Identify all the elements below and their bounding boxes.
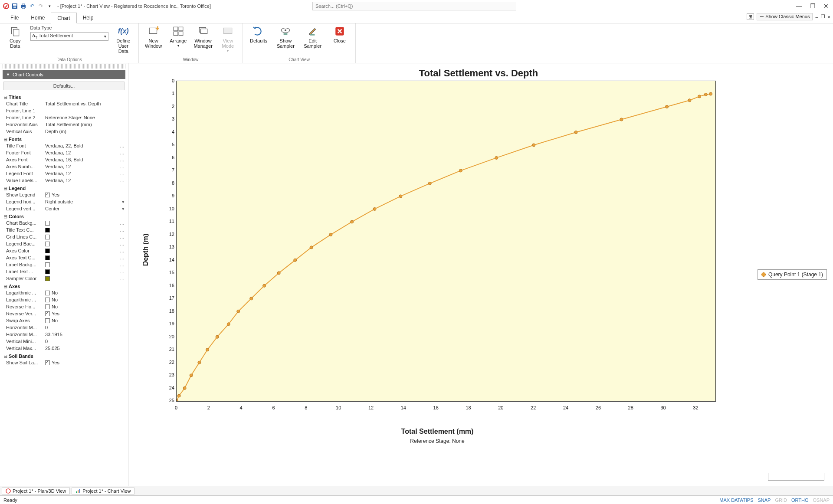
group-titles[interactable]: Titles xyxy=(3,95,125,100)
mdi-restore-icon[interactable]: ❐ xyxy=(821,14,825,20)
svg-rect-14 xyxy=(179,32,183,36)
status-max-datatips[interactable]: MAX DATATIPS xyxy=(719,497,753,503)
window-manager-button[interactable]: Window Manager xyxy=(193,25,213,49)
mdi-close-icon[interactable]: × xyxy=(828,14,830,20)
color-swatch-icon[interactable] xyxy=(45,221,50,226)
chart-curve xyxy=(177,81,715,401)
svg-rect-8 xyxy=(13,29,19,36)
maximize-icon[interactable]: ❐ xyxy=(810,3,816,10)
checkbox-icon[interactable] xyxy=(45,298,50,302)
app-icon xyxy=(3,3,10,10)
print-icon[interactable] xyxy=(20,3,27,10)
copy-data-button[interactable]: Copy Data xyxy=(4,25,26,49)
show-classic-menus-button[interactable]: ☰ Show Classic Menus xyxy=(757,13,813,20)
view-mode-icon xyxy=(222,25,234,37)
sidebar: Chart Controls Defaults... Titles Chart … xyxy=(0,63,128,486)
view-mode-button[interactable]: View Mode▾ xyxy=(218,25,238,53)
svg-point-48 xyxy=(688,99,691,102)
group-legend[interactable]: Legend xyxy=(3,186,125,191)
checkbox-icon[interactable] xyxy=(45,304,50,309)
arrange-button[interactable]: Arrange▾ xyxy=(168,25,188,48)
coordinate-readout xyxy=(768,473,824,481)
checkbox-icon[interactable] xyxy=(45,291,50,295)
svg-point-40 xyxy=(399,195,402,198)
data-type-select[interactable]: δT Total Settlement ▾ xyxy=(30,32,108,41)
menu-file[interactable]: File xyxy=(4,12,25,23)
defaults-icon xyxy=(253,25,265,37)
close-button[interactable]: Close xyxy=(328,25,351,43)
grip-icon[interactable] xyxy=(3,64,125,69)
svg-point-45 xyxy=(574,131,577,134)
group-fonts[interactable]: Fonts xyxy=(3,137,125,142)
status-osnap[interactable]: OSNAP xyxy=(813,497,830,503)
ribbon-group-data-options: Data Options xyxy=(4,56,134,62)
svg-point-46 xyxy=(620,118,623,121)
color-swatch-icon[interactable] xyxy=(45,242,50,246)
svg-text:✚: ✚ xyxy=(155,26,159,32)
chart-defaults-button[interactable]: Defaults... xyxy=(3,82,125,90)
checkbox-icon[interactable] xyxy=(45,311,50,316)
eye-icon xyxy=(279,25,292,37)
color-swatch-icon[interactable] xyxy=(45,228,50,232)
menu-chart[interactable]: Chart xyxy=(51,13,76,23)
tab-chart-view[interactable]: Project 1* - Chart View xyxy=(72,488,134,494)
layout-icon[interactable]: ⊞ xyxy=(747,13,754,20)
checkbox-icon[interactable] xyxy=(45,193,50,197)
copy-icon xyxy=(9,25,21,37)
edit-sampler-button[interactable]: Edit Sampler xyxy=(302,25,324,49)
checkbox-icon[interactable] xyxy=(45,360,50,365)
new-window-button[interactable]: ✚ New Window xyxy=(143,25,164,49)
color-swatch-icon[interactable] xyxy=(45,276,50,281)
svg-point-52 xyxy=(6,489,10,493)
show-sampler-button[interactable]: Show Sampler xyxy=(274,25,297,49)
color-swatch-icon[interactable] xyxy=(45,269,50,274)
qat-dropdown-icon[interactable]: ▾ xyxy=(46,3,53,10)
checkbox-icon[interactable] xyxy=(45,318,50,323)
svg-rect-54 xyxy=(78,490,79,493)
undo-icon[interactable]: ↶ xyxy=(29,3,36,10)
color-swatch-icon[interactable] xyxy=(45,262,50,267)
close-window-icon[interactable]: ✕ xyxy=(823,3,829,10)
fx-icon: f(x) xyxy=(117,25,129,37)
window-title: - [Project 1* - Chart View - Registered … xyxy=(57,3,211,9)
svg-rect-2 xyxy=(13,4,16,6)
chart-title: Total Settlement vs. Depth xyxy=(133,68,824,79)
chart-controls-header[interactable]: Chart Controls xyxy=(3,70,125,79)
status-ortho[interactable]: ORTHO xyxy=(791,497,809,503)
title-bar: ↶ ↷ ▾ - [Project 1* - Chart View - Regis… xyxy=(0,0,833,12)
menu-home[interactable]: Home xyxy=(25,12,51,23)
svg-point-24 xyxy=(177,394,180,397)
svg-point-50 xyxy=(704,93,707,96)
svg-point-35 xyxy=(294,259,297,262)
svg-point-25 xyxy=(183,386,186,389)
mdi-minimize-icon[interactable]: – xyxy=(815,14,818,20)
svg-rect-17 xyxy=(224,28,233,33)
group-soil[interactable]: Soil Bands xyxy=(3,353,125,359)
tab-plan-3d-view[interactable]: Project 1* - Plan/3D View xyxy=(2,488,70,494)
defaults-button[interactable]: Defaults xyxy=(247,25,270,43)
minimize-icon[interactable]: — xyxy=(796,3,802,10)
plot-area[interactable] xyxy=(176,81,716,402)
color-swatch-icon[interactable] xyxy=(45,249,50,253)
chart-legend[interactable]: Query Point 1 (Stage 1) xyxy=(758,269,827,280)
define-user-data-button[interactable]: f(x) Define User Data xyxy=(113,25,134,54)
svg-point-38 xyxy=(351,220,354,223)
property-grid[interactable]: Titles Chart TitleTotal Settlement vs. D… xyxy=(3,93,125,366)
status-snap[interactable]: SNAP xyxy=(758,497,771,503)
group-colors[interactable]: Colors xyxy=(3,214,125,219)
menu-help[interactable]: Help xyxy=(77,12,100,23)
data-type-label: Data Type xyxy=(30,25,108,30)
save-icon[interactable] xyxy=(11,3,18,10)
color-swatch-icon[interactable] xyxy=(45,235,50,239)
new-window-icon: ✚ xyxy=(148,25,160,37)
svg-rect-12 xyxy=(179,27,183,31)
redo-icon[interactable]: ↷ xyxy=(37,3,44,10)
group-axes[interactable]: Axes xyxy=(3,284,125,289)
svg-point-43 xyxy=(495,156,498,159)
color-swatch-icon[interactable] xyxy=(45,255,50,260)
status-grid[interactable]: GRID xyxy=(775,497,787,503)
svg-point-33 xyxy=(263,284,266,287)
svg-rect-21 xyxy=(310,34,315,36)
search-input[interactable] xyxy=(312,2,516,10)
svg-point-31 xyxy=(237,310,240,313)
